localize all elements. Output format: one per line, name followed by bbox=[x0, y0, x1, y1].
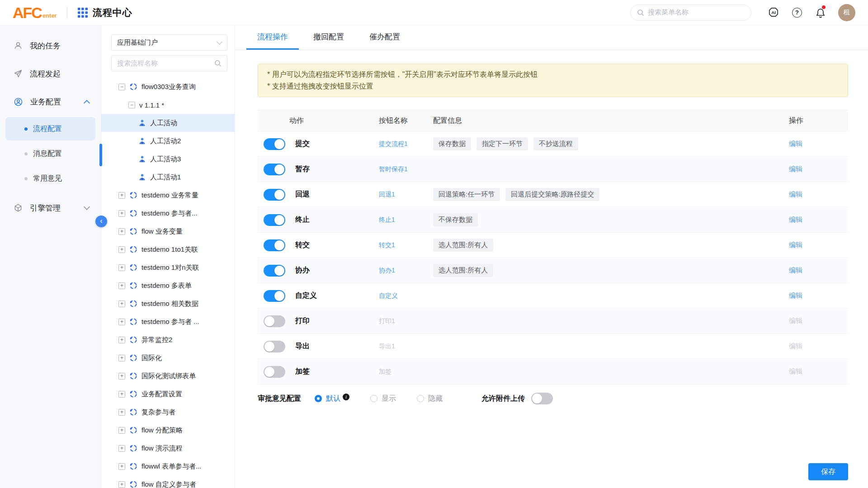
process-search-input[interactable]: 搜索流程名称 bbox=[111, 55, 227, 71]
tree-node[interactable]: testdemo 相关数据 bbox=[101, 295, 235, 313]
tree-node[interactable]: 人工活动1 bbox=[101, 168, 235, 186]
tree-node[interactable]: testdemo 1to1关联 bbox=[101, 240, 235, 258]
expander-icon[interactable] bbox=[118, 264, 125, 271]
tree-node[interactable]: testdemo 参与者 ... bbox=[101, 313, 235, 331]
sidebar-item-business-config[interactable]: 业务配置 bbox=[0, 88, 101, 116]
edit-link[interactable]: 编辑 bbox=[789, 241, 802, 249]
edit-link[interactable]: 编辑 bbox=[789, 342, 802, 350]
expander-icon[interactable] bbox=[118, 481, 125, 488]
attachment-upload-toggle[interactable] bbox=[531, 393, 553, 404]
ai-assistant-icon[interactable]: AI bbox=[768, 7, 779, 19]
edit-link[interactable]: 编辑 bbox=[789, 291, 802, 299]
button-name-link[interactable]: 自定义 bbox=[379, 292, 398, 299]
action-toggle[interactable] bbox=[264, 239, 285, 251]
tree-node[interactable]: testdemo 1对n关联 bbox=[101, 258, 235, 277]
expander-icon[interactable] bbox=[118, 373, 125, 380]
expander-icon[interactable] bbox=[118, 445, 125, 452]
action-toggle[interactable] bbox=[264, 366, 285, 378]
sidebar-item-common-opinions[interactable]: 常用意见 bbox=[5, 167, 95, 190]
expander-icon[interactable] bbox=[118, 427, 125, 434]
action-toggle[interactable] bbox=[264, 214, 285, 226]
expander-icon[interactable] bbox=[118, 246, 125, 253]
opinion-radio-option[interactable]: 隐藏 bbox=[417, 394, 443, 404]
edit-link[interactable]: 编辑 bbox=[789, 266, 802, 274]
expander-icon[interactable] bbox=[118, 409, 125, 416]
button-name-link[interactable]: 打印1 bbox=[379, 317, 395, 324]
avatar[interactable]: 租 bbox=[838, 4, 855, 21]
sidebar-item-process-config[interactable]: 流程配置 bbox=[5, 117, 95, 141]
tree-node[interactable]: flow0303业务查询 bbox=[101, 78, 235, 96]
opinion-radio-option[interactable]: 默认 bbox=[315, 394, 349, 404]
expander-icon[interactable] bbox=[118, 300, 125, 307]
column-header-config-info: 配置信息 bbox=[433, 116, 789, 126]
tree-node[interactable]: 业务配置设置 bbox=[101, 385, 235, 403]
expander-icon[interactable] bbox=[128, 102, 135, 108]
toggle-knob bbox=[274, 291, 284, 301]
expander-icon[interactable] bbox=[118, 391, 125, 398]
expander-icon[interactable] bbox=[118, 210, 125, 217]
tree-node[interactable]: flow 分配策略 bbox=[101, 421, 235, 439]
help-icon[interactable] bbox=[791, 7, 803, 19]
tree-node[interactable]: 异常监控2 bbox=[101, 331, 235, 349]
tree-node[interactable]: 人工活动 bbox=[101, 114, 235, 132]
tree-node[interactable]: 国际化测试绑表单 bbox=[101, 367, 235, 385]
edit-link[interactable]: 编辑 bbox=[789, 367, 802, 375]
tab-urge-config[interactable]: 催办配置 bbox=[359, 25, 411, 50]
edit-link[interactable]: 编辑 bbox=[789, 190, 802, 198]
button-name-link[interactable]: 暂时保存1 bbox=[379, 165, 408, 173]
tree-node[interactable]: 人工活动2 bbox=[101, 132, 235, 150]
tree-node[interactable]: testdemo 参与者... bbox=[101, 204, 235, 222]
action-toggle[interactable] bbox=[264, 290, 285, 302]
cycle-icon bbox=[129, 336, 137, 344]
button-name-link[interactable]: 转交1 bbox=[379, 241, 395, 249]
expander-icon[interactable] bbox=[118, 192, 125, 199]
expander-icon[interactable] bbox=[118, 463, 125, 470]
opinion-radio-option[interactable]: 显示 bbox=[370, 394, 396, 404]
edit-link[interactable]: 编辑 bbox=[789, 140, 802, 147]
expander-icon[interactable] bbox=[118, 84, 125, 90]
tree-node[interactable]: 国际化 bbox=[101, 349, 235, 367]
edit-link[interactable]: 编辑 bbox=[789, 216, 802, 223]
app-select-dropdown[interactable]: 应用基础门户 bbox=[111, 34, 227, 51]
action-toggle[interactable] bbox=[264, 341, 285, 352]
action-toggle[interactable] bbox=[264, 265, 285, 277]
action-toggle[interactable] bbox=[264, 164, 285, 175]
button-name-link[interactable]: 加签 bbox=[379, 368, 392, 375]
button-name-link[interactable]: 协办1 bbox=[379, 267, 395, 274]
info-icon[interactable] bbox=[343, 394, 349, 400]
button-name-link[interactable]: 终止1 bbox=[379, 216, 395, 223]
edit-link[interactable]: 编辑 bbox=[789, 317, 802, 324]
sidebar-item-process-start[interactable]: 流程发起 bbox=[0, 60, 101, 88]
button-name-link[interactable]: 回退1 bbox=[379, 191, 395, 198]
expander-icon[interactable] bbox=[118, 337, 125, 343]
menu-search-input[interactable]: 搜索菜单名称 bbox=[630, 5, 751, 21]
tree-node[interactable]: flowwl 表单参与者... bbox=[101, 457, 235, 475]
sidebar-item-engine-management[interactable]: 引擎管理 bbox=[0, 194, 101, 222]
tree-node-label: testdemo 参与者 ... bbox=[142, 318, 199, 326]
expander-icon[interactable] bbox=[118, 282, 125, 289]
tree-node[interactable]: v 1.1.1 * bbox=[101, 96, 235, 114]
action-toggle[interactable] bbox=[264, 315, 285, 327]
tree-node[interactable]: 人工活动3 bbox=[101, 150, 235, 168]
tree-node[interactable]: 复杂参与者 bbox=[101, 403, 235, 421]
save-button[interactable]: 保存 bbox=[808, 463, 848, 480]
action-toggle[interactable] bbox=[264, 138, 285, 150]
tab-withdraw-config[interactable]: 撤回配置 bbox=[302, 25, 355, 50]
tree-node[interactable]: testdemo 业务常量 bbox=[101, 186, 235, 204]
sidebar-item-message-config[interactable]: 消息配置 bbox=[5, 142, 95, 165]
sidebar-collapse-button[interactable] bbox=[95, 216, 107, 227]
tree-node[interactable]: flow 自定义参与者 bbox=[101, 475, 235, 488]
edit-link[interactable]: 编辑 bbox=[789, 165, 802, 173]
action-toggle[interactable] bbox=[264, 189, 285, 201]
expander-icon[interactable] bbox=[118, 355, 125, 361]
tree-node[interactable]: flow 业务变量 bbox=[101, 222, 235, 240]
tree-node[interactable]: testdemo 多表单 bbox=[101, 277, 235, 295]
expander-icon[interactable] bbox=[118, 228, 125, 235]
sidebar-item-my-tasks[interactable]: 我的任务 bbox=[0, 32, 101, 60]
bell-icon[interactable] bbox=[815, 7, 826, 19]
button-name-link[interactable]: 导出1 bbox=[379, 343, 395, 350]
tab-process-actions[interactable]: 流程操作 bbox=[246, 25, 299, 50]
button-name-link[interactable]: 提交流程1 bbox=[379, 140, 408, 147]
expander-icon[interactable] bbox=[118, 319, 125, 325]
tree-node[interactable]: flow 演示流程 bbox=[101, 439, 235, 457]
